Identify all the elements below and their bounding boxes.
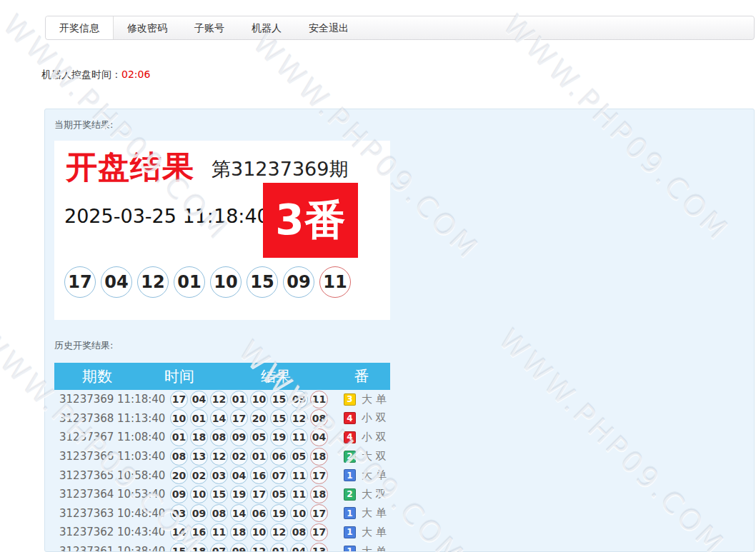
number-ball: 17 bbox=[230, 409, 248, 427]
number-ball: 19 bbox=[270, 504, 288, 522]
number-ball: 15 bbox=[247, 266, 278, 298]
number-ball: 15 bbox=[270, 391, 288, 408]
history-result-label: 历史开奖结果: bbox=[54, 339, 113, 352]
tab-change-password[interactable]: 修改密码 bbox=[114, 16, 181, 39]
number-ball: 12 bbox=[137, 266, 169, 298]
number-ball: 18 bbox=[190, 428, 208, 446]
number-ball: 09 bbox=[230, 428, 248, 446]
number-ball: 12 bbox=[210, 391, 228, 408]
period-cell: 31237361 bbox=[59, 545, 117, 552]
number-ball: 20 bbox=[250, 409, 268, 427]
number-ball: 03 bbox=[170, 504, 188, 522]
numbers-cell: 0118080905191104 bbox=[170, 428, 329, 446]
number-ball: 03 bbox=[210, 466, 228, 484]
robot-control-time: 机器人控盘时间：02:06 bbox=[41, 69, 150, 81]
table-row: 31237361 10:38:40 1518070912010413 1 大 单 bbox=[54, 542, 390, 552]
number-ball: 17 bbox=[310, 466, 328, 484]
number-ball: 09 bbox=[283, 266, 314, 298]
time-cell: 11:03:40 bbox=[117, 450, 170, 463]
number-ball: 16 bbox=[250, 466, 268, 484]
current-result-label: 当期开奖结果: bbox=[54, 119, 113, 131]
number-ball: 08 bbox=[170, 448, 188, 466]
number-ball: 11 bbox=[210, 523, 228, 541]
current-result-card: 开盘结果 第31237369期 2025-03-25 11:18:40 3番 1… bbox=[54, 141, 390, 320]
time-cell: 10:38:40 bbox=[117, 545, 170, 552]
number-ball: 18 bbox=[190, 543, 208, 552]
history-table: 期数 时间 结果 番 31237369 11:18:40 17041201101… bbox=[54, 363, 390, 552]
number-ball: 04 bbox=[290, 543, 308, 552]
number-ball: 01 bbox=[250, 448, 268, 466]
number-ball: 01 bbox=[170, 428, 188, 446]
number-ball: 16 bbox=[190, 523, 208, 541]
tab-lottery-info[interactable]: 开奖信息 bbox=[46, 16, 114, 39]
table-row: 31237365 10:58:40 2002030416071117 1 大 单 bbox=[54, 466, 390, 485]
number-ball: 09 bbox=[170, 486, 188, 503]
number-ball: 14 bbox=[230, 504, 248, 522]
history-table-header: 期数 时间 结果 番 bbox=[54, 363, 390, 390]
number-ball: 14 bbox=[170, 523, 188, 541]
number-ball: 17 bbox=[310, 523, 328, 541]
number-ball: 04 bbox=[230, 466, 248, 484]
top-tab-bar: 开奖信息 修改密码 子账号 机器人 安全退出 bbox=[45, 16, 755, 40]
type-cell: 大 双 bbox=[362, 488, 387, 501]
tab-sub-account[interactable]: 子账号 bbox=[181, 16, 238, 39]
results-panel: 当期开奖结果: 开盘结果 第31237369期 2025-03-25 11:18… bbox=[44, 109, 755, 552]
number-ball: 06 bbox=[270, 448, 288, 466]
number-ball: 19 bbox=[230, 486, 248, 503]
number-ball: 11 bbox=[290, 428, 308, 446]
number-ball: 04 bbox=[190, 391, 208, 408]
number-ball: 11 bbox=[310, 391, 328, 408]
type-cell: 大 单 bbox=[362, 393, 387, 406]
table-row: 31237363 10:48:40 0309081406191017 1 大 单 bbox=[54, 504, 390, 523]
time-cell: 11:18:40 bbox=[117, 393, 170, 406]
col-time: 时间 bbox=[140, 366, 219, 386]
type-cell: 大 单 bbox=[362, 545, 387, 552]
number-ball: 19 bbox=[270, 428, 288, 446]
table-row: 31237368 11:13:40 1001141720151208 4 小 双 bbox=[54, 409, 390, 428]
numbers-cell: 0910151917051118 bbox=[170, 486, 329, 503]
period-cell: 31237368 bbox=[59, 412, 117, 425]
number-ball: 17 bbox=[250, 486, 268, 503]
number-ball: 07 bbox=[270, 466, 288, 484]
col-result: 结果 bbox=[219, 366, 333, 386]
number-ball: 12 bbox=[250, 543, 268, 552]
draw-datetime: 2025-03-25 11:18:40 bbox=[64, 205, 269, 227]
fan-badge: 2 bbox=[344, 488, 356, 501]
current-numbers: 17 04 12 01 10 15 09 11 bbox=[64, 266, 351, 298]
numbers-cell: 1518070912010413 bbox=[170, 543, 329, 552]
number-ball: 13 bbox=[190, 448, 208, 466]
robot-time-value: 02:06 bbox=[121, 69, 150, 80]
number-ball: 20 bbox=[170, 466, 188, 484]
number-ball: 10 bbox=[170, 409, 188, 427]
col-period: 期数 bbox=[54, 366, 140, 386]
fan-badge: 3 bbox=[344, 393, 356, 406]
number-ball: 04 bbox=[101, 266, 132, 298]
type-cell: 大 单 bbox=[362, 506, 387, 520]
tab-logout[interactable]: 安全退出 bbox=[295, 16, 362, 39]
number-ball: 14 bbox=[210, 409, 228, 427]
number-ball: 11 bbox=[290, 486, 308, 503]
table-row: 31237364 10:53:40 0910151917051118 2 大 双 bbox=[54, 485, 390, 504]
number-ball: 05 bbox=[290, 448, 308, 466]
fan-badge: 1 bbox=[344, 526, 356, 538]
number-ball: 12 bbox=[210, 448, 228, 466]
period-cell: 31237363 bbox=[59, 507, 117, 520]
period-cell: 31237369 bbox=[59, 393, 117, 406]
number-ball: 05 bbox=[270, 486, 288, 503]
number-ball: 11 bbox=[319, 266, 351, 298]
fan-badge: 1 bbox=[344, 507, 356, 519]
number-ball: 08 bbox=[290, 523, 308, 541]
tab-robot[interactable]: 机器人 bbox=[238, 16, 295, 39]
type-cell: 大 单 bbox=[362, 526, 387, 539]
number-ball: 09 bbox=[230, 543, 248, 552]
number-ball: 11 bbox=[290, 466, 308, 484]
type-cell: 大 单 bbox=[362, 468, 387, 482]
period-cell: 31237365 bbox=[59, 469, 117, 482]
number-ball: 18 bbox=[230, 523, 248, 541]
number-ball: 18 bbox=[310, 448, 328, 466]
number-ball: 02 bbox=[230, 448, 248, 466]
number-ball: 17 bbox=[64, 266, 96, 298]
number-ball: 08 bbox=[310, 409, 328, 427]
period-cell: 31237364 bbox=[59, 488, 117, 501]
number-ball: 12 bbox=[270, 523, 288, 541]
